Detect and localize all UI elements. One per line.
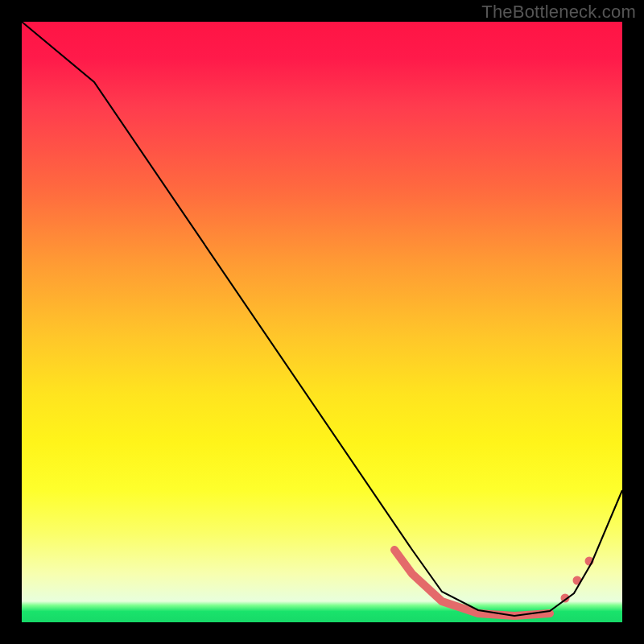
bottleneck-curve <box>22 22 622 616</box>
highlight-segment <box>394 550 550 616</box>
curve-svg <box>22 22 622 622</box>
chart-frame: TheBottleneck.com <box>0 0 644 644</box>
plot-area <box>22 22 622 622</box>
watermark-text: TheBottleneck.com <box>481 2 636 23</box>
